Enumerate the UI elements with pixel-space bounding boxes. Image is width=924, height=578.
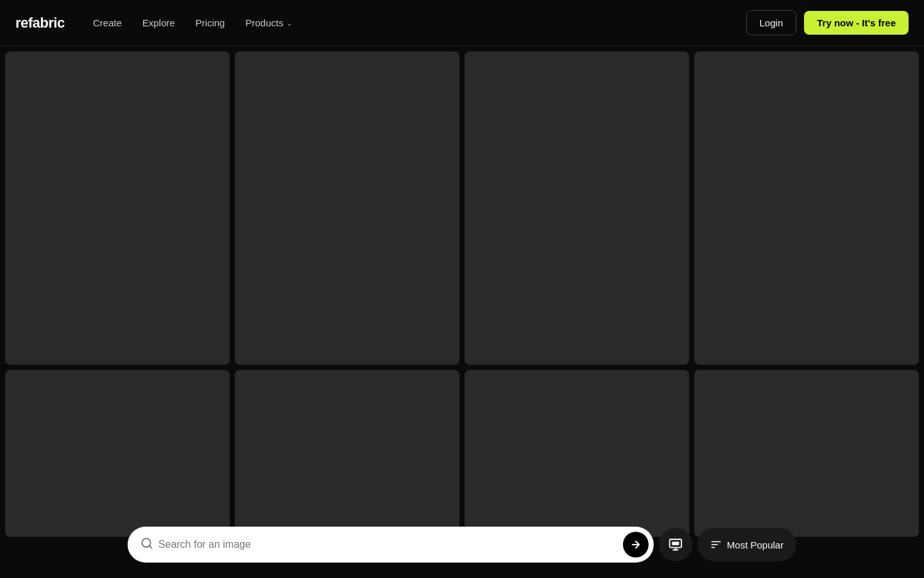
navbar-right: Login Try now - It's free <box>746 10 909 35</box>
gallery-card-5[interactable] <box>5 370 230 537</box>
gallery-card-1[interactable] <box>5 51 230 365</box>
try-now-button[interactable]: Try now - It's free <box>804 11 909 35</box>
search-bar <box>128 527 654 563</box>
nav-pricing[interactable]: Pricing <box>188 12 233 33</box>
nav-products[interactable]: Products ⌄ <box>237 12 300 33</box>
filter-button[interactable] <box>659 528 692 561</box>
search-submit-button[interactable] <box>623 532 649 557</box>
gallery-card-6[interactable] <box>235 370 459 537</box>
svg-rect-4 <box>672 541 679 545</box>
nav-explore[interactable]: Explore <box>135 12 183 33</box>
gallery-card-7[interactable] <box>465 370 689 537</box>
sort-button[interactable]: Most Popular <box>697 528 796 561</box>
chevron-down-icon: ⌄ <box>286 19 293 28</box>
sort-label: Most Popular <box>727 539 783 550</box>
gallery-card-2[interactable] <box>235 51 459 365</box>
search-input[interactable] <box>158 539 618 550</box>
search-icon <box>141 537 153 553</box>
nav-links: Create Explore Pricing Products ⌄ <box>85 12 300 33</box>
gallery-card-4[interactable] <box>694 51 919 365</box>
logo[interactable]: refabric <box>15 15 65 31</box>
login-button[interactable]: Login <box>746 10 797 35</box>
search-bar-container: Most Popular <box>128 527 796 563</box>
gallery-grid <box>0 46 924 542</box>
navbar-left: refabric Create Explore Pricing Products… <box>15 12 300 33</box>
gallery-card-8[interactable] <box>694 370 919 537</box>
navbar: refabric Create Explore Pricing Products… <box>0 0 924 46</box>
nav-create[interactable]: Create <box>85 12 130 33</box>
svg-line-1 <box>150 545 152 548</box>
gallery-card-3[interactable] <box>465 51 689 365</box>
